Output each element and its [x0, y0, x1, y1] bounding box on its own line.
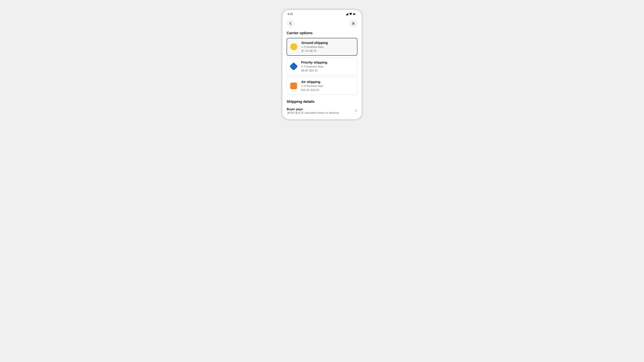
carrier-duration: 2–5 business days [301, 65, 327, 68]
chevron-right-icon [355, 109, 358, 113]
cellular-icon [346, 13, 348, 15]
chevron-left-icon [289, 22, 292, 25]
buyer-pays-row[interactable]: Buyer pays $9.80–$24.25 calculated based… [286, 106, 358, 114]
status-icons [346, 13, 356, 15]
svg-rect-2 [356, 14, 356, 14]
detail-left: Buyer pays $9.80–$24.25 calculated based… [286, 108, 339, 114]
carrier-price: $10.20–$19.54 [301, 88, 324, 92]
battery-icon [353, 13, 356, 15]
carrier-option-ground[interactable]: Ground shipping 1–5 business days $7.14–… [286, 38, 358, 56]
back-button[interactable] [286, 20, 295, 28]
carrier-price: $9.80–$24.25 [301, 69, 327, 72]
carrier-icon-air [290, 82, 297, 90]
carrier-title: Priority shipping [301, 60, 327, 64]
wifi-icon [349, 13, 352, 15]
carrier-title: Ground shipping [301, 41, 328, 45]
carrier-title: Air shipping [301, 80, 324, 84]
status-bar: 9:15 [286, 10, 358, 18]
circle-icon [290, 43, 297, 50]
shipping-details-heading: Shipping details [286, 100, 358, 104]
carrier-option-air[interactable]: Air shipping 2–4 business days $10.20–$1… [286, 77, 358, 94]
carrier-option-priority[interactable]: Priority shipping 2–5 business days $9.8… [286, 58, 358, 75]
carrier-icon-priority [290, 63, 297, 70]
detail-sub: $9.80–$24.25 calculated based on distanc… [287, 112, 339, 114]
nav-row [286, 20, 358, 28]
square-icon [290, 82, 297, 89]
carrier-text: Ground shipping 1–5 business days $7.14–… [301, 41, 328, 53]
shipping-details-section: Shipping details Buyer pays $9.80–$24.25… [286, 100, 358, 114]
carrier-options-heading: Carrier options [286, 31, 358, 35]
screen: 9:15 Carrier options Ground shipping 1–5… [282, 10, 362, 119]
close-button[interactable] [349, 20, 358, 28]
status-time: 9:15 [288, 12, 293, 16]
detail-title: Buyer pays [286, 108, 339, 111]
carrier-text: Air shipping 2–4 business days $10.20–$1… [301, 80, 324, 92]
carrier-text: Priority shipping 2–5 business days $9.8… [301, 60, 327, 72]
phone-frame: 9:15 Carrier options Ground shipping 1–5… [281, 8, 363, 121]
carrier-price: $7.14–$9.76 [301, 49, 328, 53]
svg-rect-1 [353, 14, 355, 15]
carrier-icon-ground [290, 43, 297, 50]
carrier-duration: 2–4 business days [301, 84, 324, 88]
close-icon [352, 22, 355, 25]
diamond-icon [290, 62, 298, 71]
carrier-duration: 1–5 business days [301, 45, 328, 49]
